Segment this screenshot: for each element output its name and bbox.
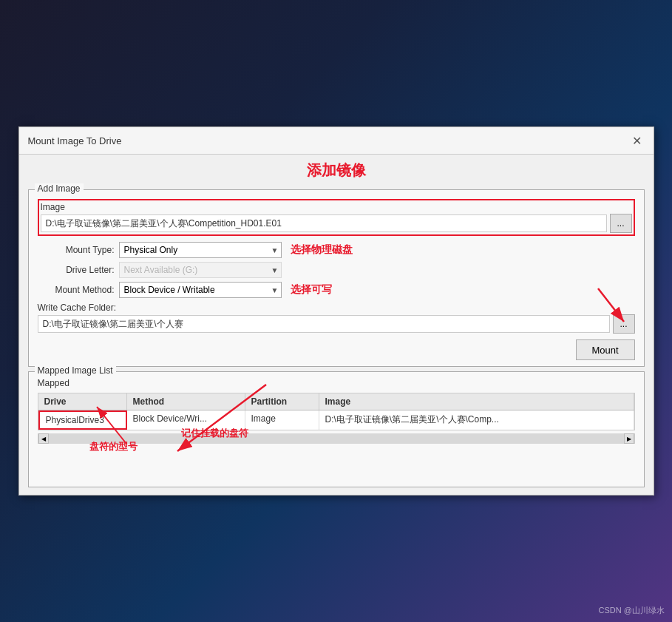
arrow-mount-svg [561,281,650,340]
mount-type-select-wrapper: Physical Only Logical Only Physical and … [119,242,282,258]
scroll-left-button[interactable]: ◀ [38,433,49,444]
mount-button[interactable]: Mount [576,339,635,360]
drive-letter-label: Drive Letter: [38,265,119,275]
cache-input-row: ... [38,314,635,334]
arrow-mapped-svg: 记住挂载的盘符 [148,377,281,488]
image-browse-button[interactable]: ... [610,214,632,233]
mount-type-label: Mount Type: [38,245,119,255]
image-field-label: Image [41,202,632,212]
image-input-row: ... [41,214,632,233]
write-cache-label: Write Cache Folder: [38,302,635,313]
add-image-section: Add Image Image ... Mount Type: Physical… [28,189,645,367]
mount-type-row: Mount Type: Physical Only Logical Only P… [38,242,635,258]
mapped-image-section: Mapped Image List Mapped Drive Method Pa… [28,371,645,487]
watermark: CSDN @山川绿水 [599,605,665,616]
image-path-input[interactable] [41,214,607,232]
mount-method-select-wrapper: Block Device / Writable Block Device / R… [119,282,282,298]
annotation-physical: 选择物理磁盘 [291,243,353,257]
image-cell: D:\电子取证镜像\第二届美亚\个人赛\Comp... [319,410,634,430]
annotation-writable: 选择可写 [291,283,332,297]
dialog-window: Mount Image To Drive ✕ 添加镜像 Add Image Im… [18,126,654,496]
drive-letter-row: Drive Letter: Next Available (G:) ▼ [38,262,635,278]
svg-line-3 [598,288,624,322]
annotation-remember-text: 记住挂载的盘符 [181,427,249,439]
drive-letter-select-wrapper: Next Available (G:) ▼ [119,262,282,278]
annotation-area: 盘符的型号 [38,444,635,481]
add-image-label: Add Image [35,183,84,194]
annotation-drive-type-text: 盘符的型号 [89,441,138,451]
dialog-title: Mount Image To Drive [28,135,122,146]
mount-method-row: Mount Method: Block Device / Writable Bl… [38,282,635,298]
image-field-wrapper: Image ... [38,199,635,236]
mount-method-label: Mount Method: [38,285,119,295]
mount-method-select[interactable]: Block Device / Writable Block Device / R… [119,282,282,298]
drive-letter-select: Next Available (G:) [119,262,282,278]
scroll-right-button[interactable]: ▶ [624,433,634,444]
mount-button-row: Mount [38,339,635,360]
close-button[interactable]: ✕ [630,133,645,148]
col-header-image: Image [319,393,634,410]
title-bar: Mount Image To Drive ✕ [19,127,654,155]
write-cache-input[interactable] [38,315,610,333]
chinese-title: 添加镜像 [19,155,654,185]
svg-line-5 [177,385,266,451]
svg-line-1 [97,407,126,444]
mount-type-select[interactable]: Physical Only Logical Only Physical and … [119,242,282,258]
